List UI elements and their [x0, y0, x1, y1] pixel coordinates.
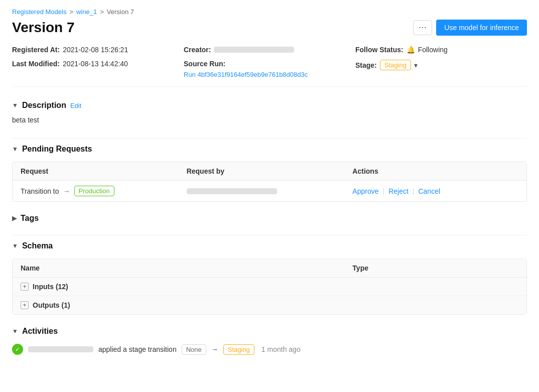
outputs-cell: + Outputs (1) — [21, 301, 352, 309]
col-request: Request — [21, 167, 187, 175]
inputs-expand-icon[interactable]: + — [21, 283, 29, 291]
more-options-button[interactable]: ⋯ — [413, 20, 432, 35]
table-header: Request Request by Actions — [13, 162, 526, 181]
source-run-item: Source Run: Run 4bf36e31f9164ef59eb9e761… — [184, 60, 355, 78]
registered-at-value: 2021-02-08 15:26:21 — [63, 46, 128, 54]
none-badge: None — [182, 344, 206, 355]
header-actions: ⋯ Use model for inference — [413, 20, 527, 36]
creator-item: Creator: — [184, 46, 355, 54]
schema-col-name: Name — [21, 264, 352, 272]
outputs-expand-icon[interactable]: + — [21, 301, 29, 309]
activity-time: 1 month ago — [261, 345, 301, 353]
stage-badge: Staging — [380, 60, 411, 70]
stage-dropdown-icon[interactable]: ▾ — [414, 61, 418, 69]
request-cell: Transition to → Production — [21, 186, 187, 196]
actions-cell: Approve | Reject | Cancel — [352, 187, 518, 195]
schema-table: Name Type + Inputs (12) + Outputs (1) — [12, 258, 527, 315]
description-toggle-icon: ▼ — [12, 102, 18, 109]
divider-2 — [12, 235, 527, 235]
transition-to-text: Transition to — [21, 187, 59, 195]
schema-toggle-icon: ▼ — [12, 242, 18, 249]
col-actions: Actions — [352, 167, 518, 175]
arrow-icon: → — [63, 187, 70, 195]
stage-item: Stage: Staging ▾ — [355, 60, 527, 78]
breadcrumb-sep-1: > — [69, 8, 73, 16]
creator-label: Creator: — [184, 46, 211, 54]
col-request-by: Request by — [187, 167, 353, 175]
sep-2: | — [413, 187, 415, 195]
tags-toggle-icon: ▶ — [12, 215, 17, 222]
activities-header[interactable]: ▼ Activities — [12, 323, 527, 340]
schema-section: ▼ Schema Name Type + Inputs (12) + Outpu… — [12, 237, 527, 315]
inputs-cell: + Inputs (12) — [21, 283, 352, 291]
tags-header[interactable]: ▶ Tags — [12, 210, 527, 227]
pending-requests-toggle-icon: ▼ — [12, 146, 18, 153]
cancel-button[interactable]: Cancel — [418, 187, 440, 195]
breadcrumb: Registered Models > wine_1 > Version 7 — [12, 8, 527, 16]
approve-button[interactable]: Approve — [352, 187, 378, 195]
requester-cell — [187, 188, 353, 194]
schema-inputs-row: + Inputs (12) — [13, 278, 526, 296]
breadcrumb-wine1[interactable]: wine_1 — [76, 8, 97, 16]
requester-bar — [187, 188, 277, 194]
pending-requests-label: Pending Requests — [22, 145, 92, 154]
schema-col-type: Type — [352, 264, 518, 272]
bell-icon: 🔔 — [407, 46, 415, 54]
source-run-link[interactable]: Run 4bf36e31f9164ef59eb9e761b8d08d3c — [184, 71, 308, 78]
production-badge: Production — [74, 186, 114, 196]
schema-header[interactable]: ▼ Schema — [12, 237, 527, 254]
follow-status-label: Follow Status: — [355, 46, 403, 54]
breadcrumb-registered-models[interactable]: Registered Models — [12, 8, 66, 16]
activity-user-bar — [28, 346, 93, 352]
inputs-label: Inputs (12) — [33, 283, 68, 291]
creator-value-bar — [214, 47, 294, 53]
activity-row-0: ✓ applied a stage transition None → Stag… — [12, 340, 527, 359]
table-row: Transition to → Production Approve | Rej… — [13, 181, 526, 201]
registered-at-label: Registered At: — [12, 46, 60, 54]
check-icon: ✓ — [12, 344, 23, 355]
divider-1 — [12, 138, 527, 139]
description-section: ▼ Description Edit beta test — [12, 97, 527, 130]
pending-requests-section: ▼ Pending Requests Request Request by Ac… — [12, 141, 527, 202]
activities-toggle-icon: ▼ — [12, 328, 18, 335]
use-model-button[interactable]: Use model for inference — [436, 20, 527, 36]
last-modified-label: Last Modified: — [12, 60, 60, 68]
page-header: Version 7 ⋯ Use model for inference — [12, 20, 527, 36]
last-modified-item: Last Modified: 2021-08-13 14:42:40 — [12, 60, 184, 78]
breadcrumb-version: Version 7 — [107, 8, 134, 16]
reject-button[interactable]: Reject — [388, 187, 409, 195]
follow-status-value: Following — [418, 46, 448, 54]
outputs-label: Outputs (1) — [33, 301, 70, 309]
pending-requests-table: Request Request by Actions Transition to… — [12, 162, 527, 202]
schema-label: Schema — [22, 241, 53, 250]
activity-staging-badge: Staging — [223, 344, 254, 355]
description-content: beta test — [12, 114, 527, 130]
activities-section: ▼ Activities ✓ applied a stage transitio… — [12, 323, 527, 359]
pending-requests-header[interactable]: ▼ Pending Requests — [12, 141, 527, 158]
description-header[interactable]: ▼ Description Edit — [12, 97, 527, 114]
tags-label: Tags — [21, 214, 39, 223]
last-modified-value: 2021-08-13 14:42:40 — [63, 60, 128, 68]
schema-table-header: Name Type — [13, 259, 526, 278]
activities-label: Activities — [22, 327, 58, 336]
stage-label: Stage: — [355, 61, 377, 69]
tags-section: ▶ Tags — [12, 210, 527, 227]
sep-1: | — [382, 187, 384, 195]
registered-at-item: Registered At: 2021-02-08 15:26:21 — [12, 46, 184, 54]
activity-action-text: applied a stage transition — [98, 345, 177, 353]
page-title: Version 7 — [12, 20, 75, 36]
activity-arrow: → — [211, 345, 218, 353]
source-run-label: Source Run: — [184, 60, 225, 68]
meta-grid: Registered At: 2021-02-08 15:26:21 Creat… — [12, 46, 527, 87]
breadcrumb-sep-2: > — [100, 8, 104, 16]
description-edit-link[interactable]: Edit — [70, 102, 81, 109]
description-label: Description — [22, 101, 66, 110]
follow-status-item: Follow Status: 🔔 Following — [355, 46, 527, 54]
schema-outputs-row: + Outputs (1) — [13, 296, 526, 314]
